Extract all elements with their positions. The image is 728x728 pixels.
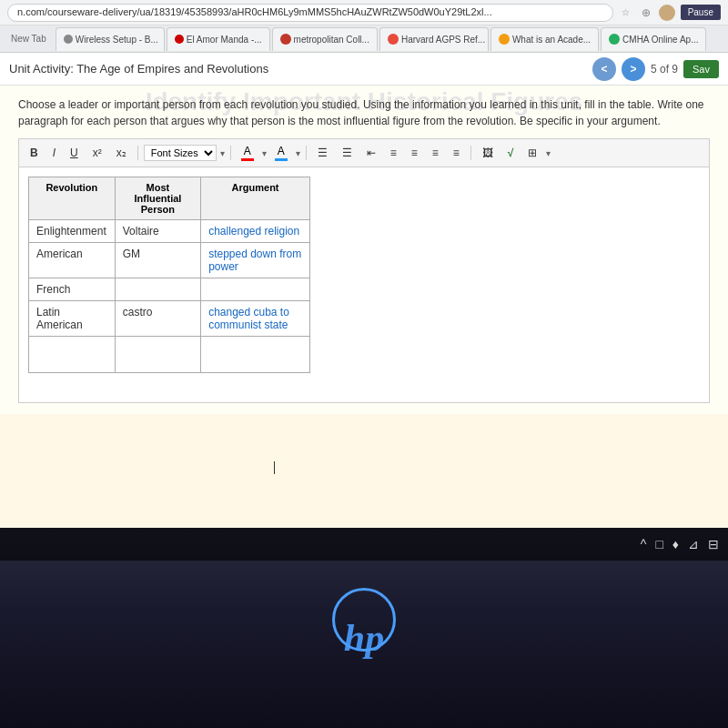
instructions-text: Choose a leader or important person from… xyxy=(18,96,710,129)
toolbar-align-justify[interactable]: ≡ xyxy=(448,145,465,161)
cell-person: GM xyxy=(115,243,200,278)
tab-dot-cmha xyxy=(609,34,620,45)
cell-person: Voltaire xyxy=(115,220,200,243)
col-header-revolution: Revolution xyxy=(29,177,116,220)
toolbar-list-ul[interactable]: ☰ xyxy=(312,145,333,161)
address-bar: n.com/courseware-delivery/ua/18319/45358… xyxy=(0,0,728,25)
taskbar-bar: ^ □ ♦ ⊿ ⊟ xyxy=(0,528,728,561)
page-title: Unit Activity: The Age of Empires and Re… xyxy=(9,62,268,76)
browser-chrome: n.com/courseware-delivery/ua/18319/45358… xyxy=(0,0,728,53)
toolbar-divider-1 xyxy=(137,146,138,160)
cell-revolution: French xyxy=(29,278,116,301)
content-area: Choose a leader or important person from… xyxy=(0,86,728,414)
table-row xyxy=(29,337,310,373)
tab-new-tab[interactable]: New Tab xyxy=(4,27,54,51)
page-header: Unit Activity: The Age of Empires and Re… xyxy=(0,53,728,86)
toolbar-text-color[interactable]: A xyxy=(237,143,258,163)
tab-harvard[interactable]: Harvard AGPS Ref... xyxy=(379,27,489,51)
font-size-select[interactable]: Font Sizes xyxy=(144,145,217,161)
profile-circle xyxy=(659,5,675,21)
cell-argument xyxy=(201,278,310,301)
tab-dot-wireless xyxy=(64,35,73,44)
taskbar-chevron-icon: ^ xyxy=(641,537,647,551)
tab-dot-metropolitan xyxy=(280,34,291,45)
tab-wireless-label: Wireless Setup - B... xyxy=(76,35,158,45)
taskbar: ^ □ ♦ ⊿ ⊟ hp xyxy=(0,528,728,728)
editor-area[interactable]: Revolution Most Influential Person Argum… xyxy=(18,167,710,403)
tab-academy[interactable]: What is an Acade... xyxy=(490,27,599,51)
table-row: EnlightenmentVoltairechallenged religion xyxy=(29,220,310,243)
highlight-underline xyxy=(275,158,288,161)
hp-logo: hp xyxy=(344,616,384,660)
cell-argument xyxy=(201,337,310,373)
page-navigation: < > 5 of 9 Sav xyxy=(592,57,719,81)
tab-dot-amor xyxy=(175,35,184,44)
toolbar-divider-2 xyxy=(230,146,231,160)
cell-argument: challenged religion xyxy=(201,220,310,243)
toolbar-image[interactable]: 🖼 xyxy=(477,145,499,161)
toolbar-divider-4 xyxy=(470,146,471,160)
cell-revolution: Latin American xyxy=(29,301,116,337)
taskbar-window-icon: □ xyxy=(655,537,662,551)
new-tab-label: New Tab xyxy=(11,34,46,44)
prev-page-button[interactable]: < xyxy=(592,57,616,81)
tab-cmha[interactable]: CMHA Online Ap... xyxy=(601,27,706,51)
taskbar-volume-icon: ♦ xyxy=(672,537,679,551)
toolbar-formula[interactable]: √ xyxy=(502,145,520,161)
toolbar-underline[interactable]: U xyxy=(65,145,84,161)
address-input[interactable]: n.com/courseware-delivery/ua/18319/45358… xyxy=(7,4,613,22)
toolbar-table[interactable]: ⊞ xyxy=(522,145,542,161)
star-icon[interactable]: ☆ xyxy=(619,5,633,20)
next-page-button[interactable]: > xyxy=(622,57,645,81)
taskbar-network-icon: ⊿ xyxy=(688,537,699,551)
main-content: Unit Activity: The Age of Empires and Re… xyxy=(0,53,728,528)
tab-amor-label: El Amor Manda -... xyxy=(187,35,262,45)
toolbar-superscript[interactable]: x² xyxy=(87,145,107,161)
toolbar-italic[interactable]: I xyxy=(47,145,61,161)
extension-icon[interactable]: ⊕ xyxy=(639,5,653,20)
font-size-arrow: ▾ xyxy=(220,148,225,158)
text-color-underline xyxy=(241,158,254,161)
tab-dot-academy xyxy=(499,34,510,45)
tab-wireless[interactable]: Wireless Setup - B... xyxy=(56,27,165,51)
cell-person: castro xyxy=(115,301,200,337)
toolbar-bold[interactable]: B xyxy=(25,145,44,161)
cell-argument: stepped down from power xyxy=(201,243,310,278)
toolbar-align-left[interactable]: ≡ xyxy=(385,145,402,161)
toolbar-divider-3 xyxy=(306,146,307,160)
tab-metropolitan[interactable]: metropolitan Coll... xyxy=(272,27,378,51)
taskbar-notification-icon: ⊟ xyxy=(708,537,719,551)
toolbar-highlight-arrow[interactable]: ▾ xyxy=(296,148,300,158)
cell-revolution: Enlightenment xyxy=(29,220,116,243)
toolbar-align-right[interactable]: ≡ xyxy=(427,145,444,161)
toolbar-highlight[interactable]: A xyxy=(270,143,292,163)
address-icons: ☆ ⊕ Pause xyxy=(619,5,721,21)
col-header-argument: Argument xyxy=(201,177,310,220)
tab-amor[interactable]: El Amor Manda -... xyxy=(167,27,270,51)
table-row: Latin Americancastrochanged cuba to comm… xyxy=(29,301,310,337)
tabs-bar: New Tab Wireless Setup - B... El Amor Ma… xyxy=(0,25,728,53)
hp-logo-container: hp xyxy=(332,588,396,652)
table-row: AmericanGMstepped down from power xyxy=(29,243,310,278)
toolbar-table-arrow[interactable]: ▾ xyxy=(546,148,551,158)
tab-dot-harvard xyxy=(388,34,399,45)
cell-person xyxy=(115,337,200,373)
pause-button[interactable]: Pause xyxy=(681,5,721,20)
page-count: 5 of 9 xyxy=(651,63,678,76)
toolbar-align-center[interactable]: ≡ xyxy=(406,145,423,161)
tab-metropolitan-label: metropolitan Coll... xyxy=(294,35,369,45)
toolbar-list-ol[interactable]: ☰ xyxy=(337,145,358,161)
tab-cmha-label: CMHA Online Ap... xyxy=(622,35,698,45)
table-header-row: Revolution Most Influential Person Argum… xyxy=(29,177,310,220)
cell-person xyxy=(115,278,200,301)
revolution-table: Revolution Most Influential Person Argum… xyxy=(28,177,310,373)
toolbar-color-arrow[interactable]: ▾ xyxy=(262,148,267,158)
cell-revolution xyxy=(29,337,116,373)
tab-academy-label: What is an Acade... xyxy=(512,35,591,45)
toolbar-subscript[interactable]: x₂ xyxy=(111,145,132,161)
editor-toolbar: B I U x² x₂ Font Sizes ▾ A ▾ A ▾ ☰ ☰ xyxy=(18,138,710,167)
table-row: French xyxy=(29,278,310,301)
toolbar-indent-less[interactable]: ⇤ xyxy=(361,145,381,161)
cell-revolution: American xyxy=(29,243,116,278)
save-button[interactable]: Sav xyxy=(683,60,719,78)
